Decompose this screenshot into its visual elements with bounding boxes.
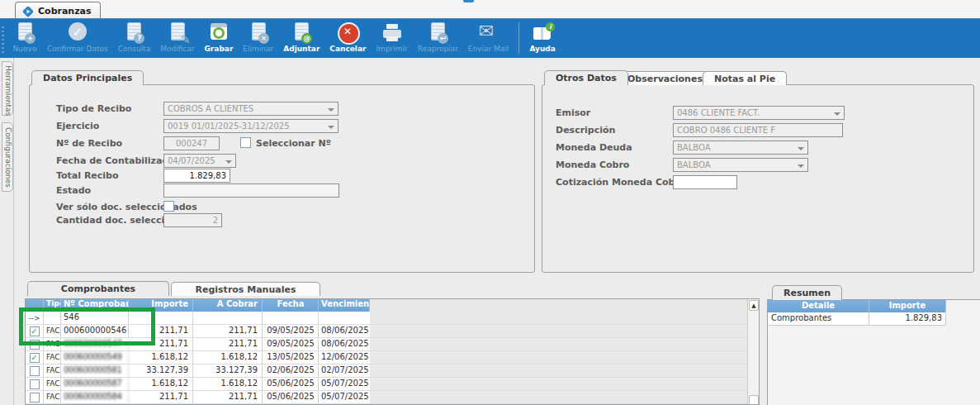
cantidad-input[interactable]: 2: [163, 213, 222, 227]
toolbar-button-imprimir[interactable]: Imprimir: [371, 21, 412, 54]
resumen-detalle-value: Comprobantes: [768, 312, 869, 326]
toolbar-button-label: Enviar Mail: [468, 45, 509, 53]
cobranzas-app-icon: [22, 6, 34, 17]
modificar-icon: [165, 21, 190, 44]
cotizacion-input[interactable]: [673, 175, 737, 189]
toolbar-grip[interactable]: [2, 24, 4, 54]
tab-resumen[interactable]: Resumen: [772, 285, 842, 300]
cancelar-icon: [335, 21, 360, 44]
moneda-cobro-select[interactable]: BALBOA: [673, 158, 808, 172]
tab-datos-principales[interactable]: Datos Principales: [31, 70, 144, 85]
toolbar-button-consulta[interactable]: Consulta: [113, 21, 155, 54]
table-row[interactable]: ✓FAC0006000005491.618,121.618,1213/05/20…: [26, 351, 759, 364]
row-checkbox-unchecked[interactable]: [30, 366, 40, 376]
sidebar-tab-herramientas[interactable]: Herramientas: [2, 61, 13, 116]
top-blue-artifact: [463, 0, 474, 2]
ver-solo-label: Ver sólo doc. seleccionados: [56, 202, 197, 212]
tab-observaciones[interactable]: Observaciones: [616, 71, 714, 85]
table-row[interactable]: FAC0006000005871.618,121.618,1205/06/202…: [26, 378, 759, 391]
nro-recibo-label: Nº de Recibo: [56, 138, 122, 149]
toolbar-button-nuevo[interactable]: Nuevo: [7, 21, 42, 54]
estado-input[interactable]: [163, 183, 339, 198]
ver-solo-checkbox[interactable]: [163, 201, 174, 212]
toolbar-button-label: Grabar: [204, 45, 233, 53]
resumen-column-importe: Importe: [869, 300, 946, 312]
resumen-column-detalle: Detalle: [768, 300, 869, 312]
emisor-select[interactable]: 0486 CLIENTE FACT.: [673, 106, 845, 120]
descripcion-label: Descripción: [556, 125, 615, 136]
confirmar-icon: [65, 21, 90, 44]
mail-icon: [476, 21, 501, 44]
ejercicio-label: Ejercicio: [56, 121, 99, 131]
column-header-Vencimiento[interactable]: Vencimiento: [319, 299, 370, 312]
tipo-recibo-select[interactable]: COBROS A CLIENTES: [163, 102, 339, 116]
toolbar-button-label: Reapropiar: [418, 45, 458, 53]
toolbar-button-label: Adjuntar: [283, 45, 320, 53]
resumen-importe-value: 1.829,83: [869, 312, 946, 326]
toolbar-button-adjuntar[interactable]: Adjuntar: [278, 21, 324, 54]
toolbar-button-modificar[interactable]: Modificar: [155, 21, 199, 54]
table-row[interactable]: FAC000600000584211,71211,7105/06/202505/…: [26, 391, 759, 404]
toolbar-button-ayuda[interactable]: Ayuda: [524, 21, 560, 54]
toolbar-button-reapropiar[interactable]: Reapropiar: [413, 21, 463, 54]
tab-otros-datos[interactable]: Otros Datos: [544, 70, 628, 85]
scroll-up-button[interactable]: ▲: [749, 300, 759, 311]
sidebar-tab-label: Configuraciones: [4, 127, 12, 188]
moneda-deuda-select[interactable]: BALBOA: [673, 141, 808, 155]
toolbar-button-label: Nuevo: [13, 45, 37, 53]
nro-recibo-input[interactable]: 000247: [163, 136, 220, 150]
total-recibo-label: Total Recibo: [56, 170, 119, 181]
tab-notas-al-pie[interactable]: Notas al Pie: [703, 71, 787, 85]
toolbar-button-label: Imprimir: [376, 45, 407, 53]
annotation-highlight: [19, 307, 155, 345]
row-checkbox-checked[interactable]: ✓: [30, 353, 40, 363]
emisor-label: Emisor: [556, 107, 590, 118]
toolbar-button-label: Consulta: [118, 45, 150, 53]
sidebar-divider: [13, 58, 14, 405]
imprimir-icon: [380, 21, 405, 44]
window-tab-cobranzas[interactable]: Cobranzas: [15, 2, 101, 18]
table-row[interactable]: FAC00060000058133.127,3933.127,3902/06/2…: [26, 364, 759, 378]
sidebar-tab-configuraciones[interactable]: Configuraciones: [2, 122, 13, 192]
toolbar-button-confirmar[interactable]: Confirmar Datos: [42, 21, 113, 54]
grabar-icon: [206, 21, 231, 44]
eliminar-icon: [246, 21, 271, 44]
toolbar-button-cancelar[interactable]: Cancelar: [324, 21, 371, 54]
descripcion-input[interactable]: COBRO 0486 CLIENTE F: [673, 123, 843, 137]
ejercicio-select[interactable]: 0019 01/01/2025-31/12/2025: [163, 119, 339, 133]
toolbar-buttons: NuevoConfirmar DatosConsultaModificarGra…: [7, 21, 561, 57]
panel-resumen: Detalle Importe Comprobantes 1.829,83: [767, 299, 980, 405]
total-recibo-input[interactable]: 1.829,83: [163, 169, 230, 183]
scroll-down-button[interactable]: [749, 395, 759, 405]
moneda-cobro-label: Moneda Cobro: [556, 160, 629, 170]
toolbar-separator: [518, 22, 519, 54]
ayuda-icon: [530, 21, 555, 44]
consulta-icon: [121, 21, 146, 44]
cotizacion-label: Cotización Moneda Cobro: [556, 177, 685, 188]
tab-comprobantes[interactable]: Comprobantes: [27, 281, 169, 296]
column-header-A Cobrar[interactable]: A Cobrar: [193, 299, 263, 312]
tipo-recibo-label: Tipo de Recibo: [56, 103, 131, 114]
tab-registros-manuales[interactable]: Registros Manuales: [171, 282, 320, 296]
grid-scrollbar[interactable]: ▲: [747, 299, 759, 405]
toolbar-button-label: Ayuda: [529, 45, 555, 53]
column-header-Fecha[interactable]: Fecha: [263, 299, 319, 312]
row-checkbox-unchecked[interactable]: [30, 379, 40, 389]
toolbar: NuevoConfirmar DatosConsultaModificarGra…: [0, 18, 980, 58]
resumen-grid-header: Detalle Importe: [768, 300, 980, 312]
adjuntar-icon: [289, 21, 314, 44]
fecha-contabilizacion-select[interactable]: 04/07/2025: [163, 154, 236, 168]
toolbar-button-grabar[interactable]: Grabar: [199, 21, 238, 54]
toolbar-button-eliminar[interactable]: Eliminar: [238, 21, 278, 54]
toolbar-button-label: Confirmar Datos: [47, 45, 108, 53]
toolbar-button-mail[interactable]: Enviar Mail: [463, 21, 514, 54]
reapropiar-icon: [425, 21, 450, 44]
toolbar-button-label: Cancelar: [329, 45, 366, 53]
sidebar-tab-label: Herramientas: [4, 65, 12, 116]
toolbar-button-label: Eliminar: [243, 45, 273, 53]
row-checkbox-unchecked[interactable]: [30, 393, 40, 403]
seleccionar-nro-checkbox[interactable]: [240, 137, 251, 148]
panel-otros-datos: Emisor 0486 CLIENTE FACT. Descripción CO…: [542, 84, 974, 273]
title-strip: [0, 0, 980, 18]
panel-datos-principales: Tipo de Recibo COBROS A CLIENTES Ejercic…: [29, 84, 535, 273]
